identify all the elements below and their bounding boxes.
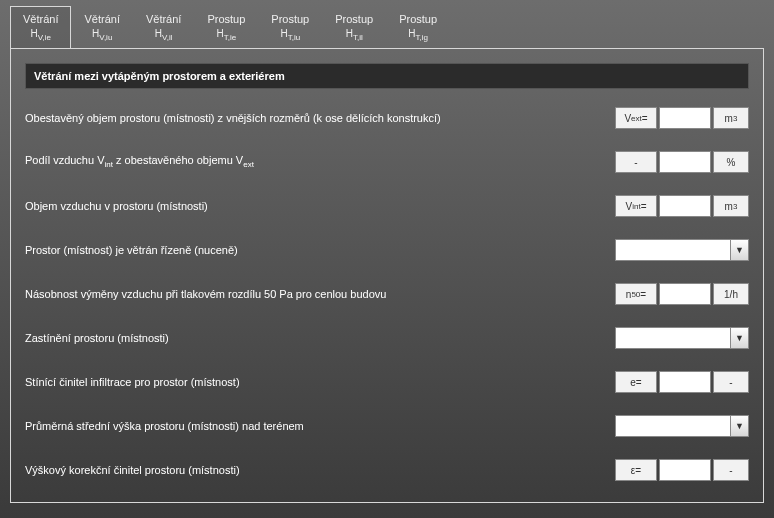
row-controls: e=- [615, 371, 749, 393]
field-unit: - [713, 459, 749, 481]
tab-label-line1: Prostup [271, 13, 309, 25]
tab-Vie[interactable]: VětráníHV,ie [10, 6, 71, 48]
field-symbol: Vint= [615, 195, 657, 217]
panel: Větrání mezi vytápěným prostorem a exter… [10, 48, 764, 503]
chevron-down-icon: ▼ [730, 240, 748, 260]
tab-label-line1: Prostup [399, 13, 437, 25]
tab-label-line1: Prostup [207, 13, 245, 25]
form-row: Zastínění prostoru (místnosti)▼ [25, 327, 749, 349]
tab-label-line1: Prostup [335, 13, 373, 25]
form-row: Prostor (místnost) je větrán řízeně (nuc… [25, 239, 749, 261]
tab-Til[interactable]: ProstupHT,il [322, 6, 386, 48]
row-label: Stínící činitel infiltrace pro prostor (… [25, 376, 615, 388]
select-value [616, 328, 730, 348]
field-input[interactable] [659, 195, 711, 217]
chevron-down-icon: ▼ [730, 416, 748, 436]
row-controls: n50=1/h [615, 283, 749, 305]
tab-label-line2: HT,il [335, 28, 373, 42]
row-label: Prostor (místnost) je větrán řízeně (nuc… [25, 244, 615, 256]
select-value [616, 240, 730, 260]
row-label: Výškový korekční činitel prostoru (místn… [25, 464, 615, 476]
field-symbol: - [615, 151, 657, 173]
row-label: Obestavěný objem prostoru (místnosti) z … [25, 112, 615, 124]
row-label: Objem vzduchu v prostoru (místnosti) [25, 200, 615, 212]
tab-label-line2: HV,il [146, 28, 181, 42]
form-row: Objem vzduchu v prostoru (místnosti)Vint… [25, 195, 749, 217]
tab-label-line2: HV,ie [23, 28, 58, 42]
row-controls: ▼ [615, 415, 749, 437]
tab-Tig[interactable]: ProstupHT,ig [386, 6, 450, 48]
row-controls: ▼ [615, 327, 749, 349]
field-unit: m3 [713, 195, 749, 217]
tab-label-line2: HT,ig [399, 28, 437, 42]
row-label: Zastínění prostoru (místnosti) [25, 332, 615, 344]
row-controls: Vint=m3 [615, 195, 749, 217]
row-label: Podíl vzduchu Vint z obestavěného objemu… [25, 154, 615, 169]
select[interactable]: ▼ [615, 239, 749, 261]
select-value [616, 416, 730, 436]
form-row: Výškový korekční činitel prostoru (místn… [25, 459, 749, 481]
tab-Viu[interactable]: VětráníHV,iu [71, 6, 132, 48]
form-row: Obestavěný objem prostoru (místnosti) z … [25, 107, 749, 129]
field-input[interactable] [659, 151, 711, 173]
field-input[interactable] [659, 107, 711, 129]
field-input[interactable] [659, 283, 711, 305]
tab-label-line1: Větrání [84, 13, 119, 25]
field-unit: 1/h [713, 283, 749, 305]
field-unit: m3 [713, 107, 749, 129]
field-unit: % [713, 151, 749, 173]
field-input[interactable] [659, 371, 711, 393]
row-controls: ε=- [615, 459, 749, 481]
field-symbol: Vext= [615, 107, 657, 129]
chevron-down-icon: ▼ [730, 328, 748, 348]
form-row: Násobnost výměny vzduchu při tlakovém ro… [25, 283, 749, 305]
row-label: Násobnost výměny vzduchu při tlakovém ro… [25, 288, 615, 300]
select[interactable]: ▼ [615, 415, 749, 437]
field-symbol: ε= [615, 459, 657, 481]
select[interactable]: ▼ [615, 327, 749, 349]
tab-Vil[interactable]: VětráníHV,il [133, 6, 194, 48]
row-controls: Vext=m3 [615, 107, 749, 129]
field-unit: - [713, 371, 749, 393]
tab-label-line2: HV,iu [84, 28, 119, 42]
tab-label-line1: Větrání [146, 13, 181, 25]
row-label: Průměrná střední výška prostoru (místnos… [25, 420, 615, 432]
tab-label-line2: HT,iu [271, 28, 309, 42]
form-row: Průměrná střední výška prostoru (místnos… [25, 415, 749, 437]
tab-label-line2: HT,ie [207, 28, 245, 42]
field-input[interactable] [659, 459, 711, 481]
row-controls: ▼ [615, 239, 749, 261]
form-row: Podíl vzduchu Vint z obestavěného objemu… [25, 151, 749, 173]
tab-Tie[interactable]: ProstupHT,ie [194, 6, 258, 48]
section-title: Větrání mezi vytápěným prostorem a exter… [25, 63, 749, 89]
row-controls: -% [615, 151, 749, 173]
field-symbol: e= [615, 371, 657, 393]
form-row: Stínící činitel infiltrace pro prostor (… [25, 371, 749, 393]
tab-Tiu[interactable]: ProstupHT,iu [258, 6, 322, 48]
tab-label-line1: Větrání [23, 13, 58, 25]
field-symbol: n50= [615, 283, 657, 305]
